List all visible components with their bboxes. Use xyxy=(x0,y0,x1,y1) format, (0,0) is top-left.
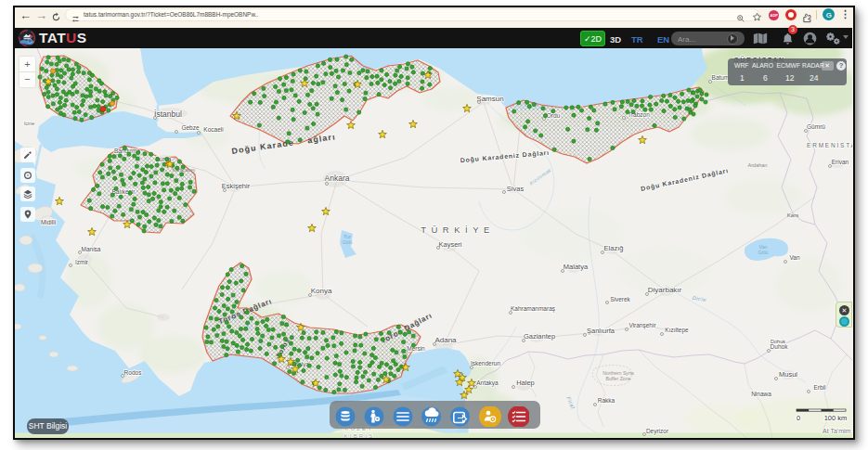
svg-text:Ankara: Ankara xyxy=(325,174,350,183)
svg-text:Viranşehir: Viranşehir xyxy=(628,322,656,329)
svg-text:TÜRKİYE: TÜRKİYE xyxy=(421,225,495,235)
svg-text:Gölü: Gölü xyxy=(343,239,353,245)
svg-text:Rakka: Rakka xyxy=(598,397,615,404)
svg-text:Kahramanmaraş: Kahramanmaraş xyxy=(511,305,556,313)
svg-text:Halep: Halep xyxy=(516,379,535,387)
svg-text:Adana: Adana xyxy=(434,336,457,344)
svg-text:Samsun: Samsun xyxy=(476,95,503,103)
svg-text:Erivan: Erivan xyxy=(832,159,849,165)
svg-text:İzmir: İzmir xyxy=(75,258,89,265)
svg-text:100 km: 100 km xyxy=(824,414,848,422)
svg-text:Elazığ: Elazığ xyxy=(604,244,624,252)
svg-text:Dohuk: Dohuk xyxy=(771,339,785,344)
svg-text:Manisa: Manisa xyxy=(82,246,101,252)
svg-text:Antakya: Antakya xyxy=(476,379,499,387)
svg-text:lcine: lcine xyxy=(24,121,34,126)
svg-text:Van: Van xyxy=(789,254,799,261)
svg-text:Deyrizor: Deyrizor xyxy=(646,428,669,435)
svg-text:At Ta'mim: At Ta'mim xyxy=(823,428,851,434)
svg-text:Konya: Konya xyxy=(311,287,332,295)
svg-text:Gebze: Gebze xyxy=(181,124,200,131)
svg-text:Kars: Kars xyxy=(787,212,798,218)
svg-text:Ardahan: Ardahan xyxy=(748,162,768,168)
svg-text:Batum: Batum xyxy=(712,74,730,81)
svg-text:İstanbul: İstanbul xyxy=(154,109,182,119)
svg-text:ERMENİSTAN: ERMENİSTAN xyxy=(807,141,852,148)
svg-text:İskenderun: İskenderun xyxy=(471,359,501,366)
svg-text:Kocaeli: Kocaeli xyxy=(203,126,223,133)
svg-text:Sivas: Sivas xyxy=(507,185,525,193)
svg-text:Musul: Musul xyxy=(779,370,797,379)
svg-text:Diyarbakır: Diyarbakır xyxy=(648,286,682,294)
svg-text:Siverek: Siverek xyxy=(610,296,630,302)
svg-text:Kayseri: Kayseri xyxy=(438,240,461,249)
svg-text:Mersin: Mersin xyxy=(407,345,425,352)
svg-text:Eskişehir: Eskişehir xyxy=(222,182,251,190)
svg-text:Gaziantep: Gaziantep xyxy=(524,332,555,341)
svg-text:Rodos: Rodos xyxy=(124,369,143,376)
svg-text:Gümrü: Gümrü xyxy=(807,123,825,130)
svg-text:Erbil: Erbil xyxy=(813,384,826,391)
svg-text:Buffer Zone: Buffer Zone xyxy=(605,376,630,381)
svg-text:Ninawa: Ninawa xyxy=(751,391,771,397)
svg-text:Midilli: Midilli xyxy=(41,219,56,225)
svg-text:KIBRIS: KIBRIS xyxy=(344,433,375,438)
svg-text:Şanlıurfa: Şanlıurfa xyxy=(587,327,615,335)
svg-text:0: 0 xyxy=(797,414,800,422)
svg-text:Malatya: Malatya xyxy=(564,263,589,271)
svg-text:Kızıltepe: Kızıltepe xyxy=(665,327,689,334)
svg-text:Gölü: Gölü xyxy=(758,250,769,255)
